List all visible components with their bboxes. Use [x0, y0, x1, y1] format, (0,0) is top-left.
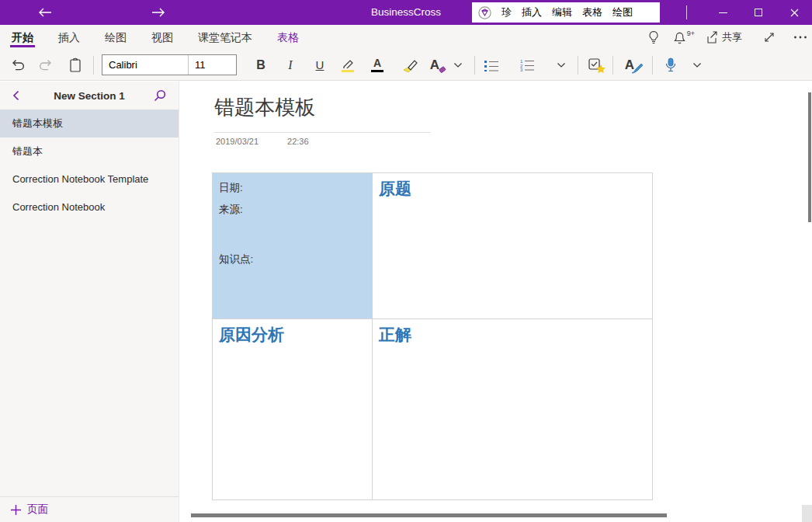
styles-button[interactable]: A [619, 53, 640, 78]
table-cell-correct-answer[interactable]: 正解 [373, 319, 653, 500]
title-underline [214, 132, 431, 133]
highlight-button[interactable] [338, 53, 358, 78]
back-to-sections-button[interactable] [6, 82, 25, 110]
horizontal-scrollbar[interactable] [191, 513, 667, 517]
font-color-letter: A [373, 58, 381, 68]
font-controls [102, 54, 237, 75]
maximize-icon [755, 9, 762, 16]
page-time: 22:36 [287, 137, 309, 146]
sidebar-header: New Section 1 [0, 82, 179, 110]
page-list: 错题本模板 错题本 Correction Notebook Template C… [0, 110, 179, 221]
font-name-input[interactable] [102, 55, 188, 75]
page-canvas[interactable]: 错题本模板 2019/03/21 22:36 日期: 来源: 知识点: 原题 原… [179, 82, 812, 522]
font-size-input[interactable] [188, 55, 236, 75]
highlight-color-swatch [342, 70, 354, 72]
page-sidebar: New Section 1 错题本模板 错题本 Correction Noteb… [0, 82, 179, 522]
bold-button[interactable]: B [251, 53, 271, 78]
window-minimize-button[interactable] [705, 0, 741, 25]
chevron-down-icon [453, 62, 463, 68]
page-title[interactable]: 错题本模板 [214, 94, 315, 121]
undo-icon [10, 58, 26, 71]
titlebar: BusinessCross 珍 插入 编辑 表格 绘图 [0, 0, 812, 25]
page-list-item[interactable]: Correction Notebook [0, 193, 179, 221]
window-maximize-button[interactable] [741, 0, 776, 25]
titlebar-divider [686, 5, 687, 19]
ime-item-draw[interactable]: 绘图 [612, 5, 633, 19]
notification-badge: 9+ [687, 30, 695, 37]
toolbar-separator [474, 56, 475, 75]
more-options-button[interactable] [793, 35, 807, 40]
paragraph-options-dropdown[interactable] [551, 53, 571, 78]
toolbar-separator [578, 56, 578, 75]
bulleted-list-icon [484, 59, 499, 71]
share-label: 共享 [722, 30, 742, 44]
vertical-scrollbar[interactable] [808, 92, 811, 222]
tab-view[interactable]: 视图 [151, 25, 173, 50]
ime-item-insert[interactable]: 插入 [522, 5, 542, 19]
numbered-list-icon: 123 [519, 58, 535, 71]
undo-button[interactable] [8, 53, 28, 78]
info-line-knowledge: 知识点: [219, 252, 366, 266]
tab-table-contextual[interactable]: 表格 [277, 25, 299, 50]
dictate-button[interactable] [661, 53, 681, 78]
clipboard-icon [69, 57, 82, 72]
page-list-item[interactable]: Correction Notebook Template [0, 165, 179, 193]
app-title: BusinessCross [0, 0, 812, 25]
formatting-toolbar: B I U A A [0, 50, 812, 81]
share-button[interactable]: 共享 [706, 30, 742, 44]
redo-button[interactable] [36, 53, 56, 78]
tag-todo-button[interactable] [585, 53, 605, 78]
tab-insert[interactable]: 插入 [58, 25, 80, 50]
plus-icon [11, 505, 21, 515]
ime-item-edit[interactable]: 编辑 [552, 5, 572, 19]
italic-button[interactable]: I [280, 53, 300, 78]
share-icon [706, 31, 719, 44]
toolbar-separator [612, 56, 613, 75]
redo-icon [38, 58, 54, 71]
ellipsis-icon [793, 35, 807, 40]
page-list-item[interactable]: 错题本模板 [0, 110, 179, 137]
tab-class-notebook[interactable]: 课堂笔记本 [198, 25, 252, 50]
font-options-dropdown[interactable] [448, 53, 468, 78]
table-cell-cause-analysis[interactable]: 原因分析 [213, 319, 373, 500]
search-button[interactable] [151, 82, 169, 110]
chevron-down-icon [692, 62, 702, 68]
tab-draw[interactable]: 绘图 [105, 25, 127, 50]
info-line-date: 日期: [219, 181, 366, 195]
clear-formatting-button[interactable]: A [425, 53, 445, 78]
mistake-template-table[interactable]: 日期: 来源: 知识点: 原题 原因分析 正解 [212, 172, 653, 500]
main-area: New Section 1 错题本模板 错题本 Correction Noteb… [0, 82, 812, 522]
chevron-down-icon [557, 62, 566, 68]
ime-item-table[interactable]: 表格 [582, 5, 602, 19]
scrollbar-corner [802, 505, 812, 522]
format-painter-button[interactable] [400, 53, 420, 78]
styles-icon: A [625, 58, 634, 72]
ribbon-tab-bar: 开始 插入 绘图 视图 课堂笔记本 表格 9+ [0, 25, 812, 50]
font-color-button[interactable]: A [367, 53, 387, 78]
fullscreen-button[interactable] [763, 31, 776, 44]
ime-language-bar[interactable]: 珍 插入 编辑 表格 绘图 [472, 2, 660, 23]
add-page-label: 页面 [27, 503, 48, 517]
window-close-button[interactable] [776, 0, 812, 25]
onenote-window: BusinessCross 珍 插入 编辑 表格 绘图 [0, 0, 812, 522]
underline-button[interactable]: U [310, 53, 330, 78]
table-cell-info[interactable]: 日期: 来源: 知识点: [213, 173, 373, 319]
page-date: 2019/03/21 [216, 137, 259, 146]
toolbar-separator [652, 56, 653, 75]
tab-home[interactable]: 开始 [12, 25, 33, 50]
notifications-button[interactable]: 9+ [673, 30, 686, 44]
chevron-left-icon [12, 90, 19, 101]
tell-me-button[interactable] [647, 30, 660, 44]
microphone-icon [665, 57, 676, 72]
lightbulb-icon [647, 30, 660, 44]
add-page-button[interactable]: 页面 [0, 496, 179, 522]
numbered-list-button[interactable]: 123 [517, 53, 537, 78]
info-line-source: 来源: [219, 203, 366, 217]
paste-button[interactable] [65, 53, 85, 78]
bulleted-list-button[interactable] [481, 53, 501, 78]
ime-item-candidate[interactable]: 珍 [501, 5, 512, 19]
font-color-swatch [371, 70, 383, 72]
dictate-options-dropdown[interactable] [687, 53, 707, 78]
page-list-item[interactable]: 错题本 [0, 137, 179, 165]
table-cell-original-question[interactable]: 原题 [373, 173, 653, 319]
